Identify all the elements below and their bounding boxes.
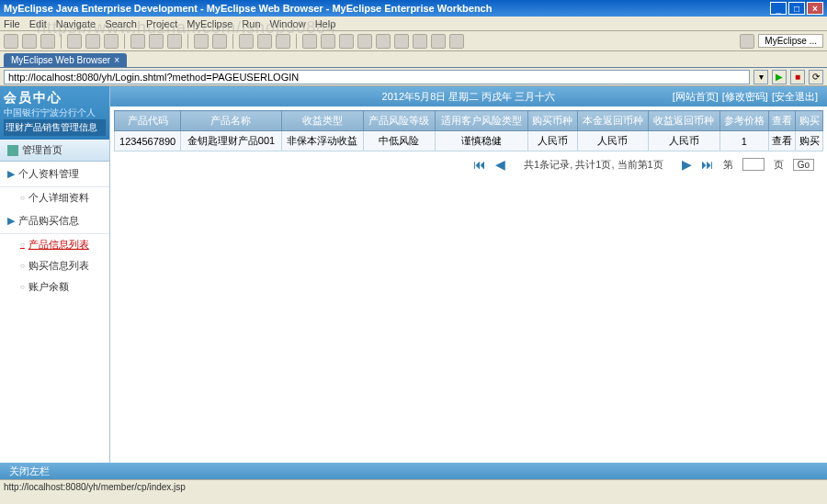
main-panel: 2012年5月8日 星期二 丙戌年 三月十六 [网站首页] [修改密码] [安全… [110,86,827,463]
link-logout[interactable]: [安全退出] [772,90,818,104]
col-name: 产品名称 [181,111,282,131]
menu-help[interactable]: Help [315,18,336,29]
misc-icon[interactable] [302,34,317,49]
sidebar-item-product-list[interactable]: 产品信息列表 [0,234,109,255]
menu-myeclipse[interactable]: MyEclipse [187,18,232,29]
misc-icon[interactable] [339,34,354,49]
maximize-button[interactable]: □ [788,2,805,15]
sidebar-section-profile[interactable]: ▶ 个人资料管理 [0,162,109,187]
first-page-icon[interactable]: ⏮ [473,157,486,172]
sidebar-home-label: 管理首页 [22,143,62,157]
misc-icon[interactable] [357,34,372,49]
close-sidebar-link[interactable]: 关闭左栏 [9,465,50,478]
stop-button[interactable]: ■ [790,70,805,84]
last-page-icon[interactable]: ⏭ [701,157,714,172]
page-content: 会员中心 中国银行宁波分行个人 理财产品销售管理信息 管理首页 ▶ 个人资料管理… [0,86,827,463]
server-icon[interactable] [257,34,272,49]
menu-window[interactable]: Window [270,18,306,29]
cell-risk-level: 中低风险 [364,131,435,151]
arrow-icon: ▶ [7,168,15,180]
link-change-password[interactable]: [修改密码] [722,90,768,104]
prev-page-icon[interactable]: ◀ [495,157,505,172]
sidebar-section-products[interactable]: ▶ 产品购买信息 [0,208,109,234]
cell-ref-price: 1 [719,131,768,151]
window-titlebar: MyEclipse Java Enterprise Development - … [0,0,827,17]
cell-view-link[interactable]: 查看 [769,131,796,151]
toolbar-separator [232,34,233,49]
svg-rect-0 [7,145,18,156]
col-principal-return: 本金返回币种 [577,111,648,131]
menu-bar: File Edit Navigate Search Project MyEcli… [0,17,827,31]
run-icon[interactable] [85,34,100,49]
search-icon[interactable] [149,34,164,49]
debug-icon[interactable] [67,34,82,49]
minimize-button[interactable]: _ [770,2,787,15]
sidebar-section-label: 个人资料管理 [18,167,79,181]
save-all-icon[interactable] [40,34,55,49]
menu-file[interactable]: File [4,18,20,29]
external-tools-icon[interactable] [104,34,119,49]
link-home[interactable]: [网站首页] [673,90,719,104]
page-summary: 共1条记录, 共计1页, 当前第1页 [524,158,663,172]
tab-close-icon[interactable]: × [114,55,119,65]
sidebar-logo: 会员中心 [4,90,106,106]
sidebar-item-profile-detail[interactable]: 个人详细资料 [0,187,109,208]
go-button[interactable]: Go [793,159,814,171]
misc-icon[interactable] [431,34,446,49]
misc-icon[interactable] [376,34,391,49]
toolbar-separator [296,34,297,49]
page-label-prefix: 第 [723,158,733,172]
col-ref-price: 参考价格 [719,111,768,131]
date-label: 2012年5月8日 星期二 丙戌年 三月十六 [382,90,556,104]
sidebar-item-balance[interactable]: 账户余额 [0,276,109,297]
annotation-icon[interactable] [167,34,182,49]
sidebar-header: 会员中心 中国银行宁波分行个人 理财产品销售管理信息 [0,86,109,140]
col-risk-level: 产品风险等级 [364,111,435,131]
save-icon[interactable] [22,34,37,49]
next-page-icon[interactable]: ▶ [682,157,692,172]
url-dropdown-icon[interactable]: ▾ [753,70,768,84]
sidebar-subtitle-2: 理财产品销售管理信息 [4,119,106,136]
tab-browser[interactable]: MyEclipse Web Browser × [4,53,127,67]
editor-tab-bar: MyEclipse Web Browser × [0,51,827,68]
menu-search[interactable]: Search [105,18,137,29]
url-input[interactable] [4,70,750,84]
toolbar-separator [61,34,62,49]
deploy-icon[interactable] [239,34,254,49]
window-title: MyEclipse Java Enterprise Development - … [4,3,492,14]
new-icon[interactable] [4,34,18,49]
misc-icon[interactable] [449,34,464,49]
status-bar: http://localhost:8080/yh/member/cp/index… [0,479,827,494]
refresh-icon[interactable] [276,34,290,49]
menu-edit[interactable]: Edit [29,18,47,29]
sidebar-item-label: 购买信息列表 [28,259,89,273]
sidebar-subtitle-1: 中国银行宁波分行个人 [4,106,106,119]
sidebar-home[interactable]: 管理首页 [0,140,109,162]
close-button[interactable]: × [807,2,823,15]
misc-icon[interactable] [394,34,409,49]
go-button[interactable]: ▶ [772,70,787,84]
back-icon[interactable] [194,34,209,49]
col-buy-currency: 购买币种 [528,111,577,131]
col-buy: 购买 [796,111,823,131]
page-label-suffix: 页 [774,158,784,172]
arrow-icon: ▶ [7,215,15,227]
perspective-label[interactable]: MyEclipse ... [758,34,823,48]
col-income-return: 收益返回币种 [649,111,719,131]
pagination: ⏮ ◀ 共1条记录, 共计1页, 当前第1页 ▶ ⏭ 第 页 Go [114,151,823,177]
forward-icon[interactable] [212,34,227,49]
open-type-icon[interactable] [130,34,145,49]
sidebar-item-purchase-list[interactable]: 购买信息列表 [0,255,109,276]
misc-icon[interactable] [321,34,335,49]
perspective-icon[interactable] [740,34,754,49]
table-row: 1234567890 金钥匙理财产品001 非保本浮动收益 中低风险 谨慎稳健 … [115,131,823,151]
menu-navigate[interactable]: Navigate [56,18,96,29]
menu-project[interactable]: Project [146,18,177,29]
page-input[interactable] [742,158,765,171]
cell-buy-link[interactable]: 购买 [796,131,823,151]
cell-name: 金钥匙理财产品001 [181,131,282,151]
page-bottom-bar: 关闭左栏 [0,463,827,479]
refresh-button[interactable]: ⟳ [809,70,823,84]
menu-run[interactable]: Run [242,18,260,29]
misc-icon[interactable] [413,34,427,49]
